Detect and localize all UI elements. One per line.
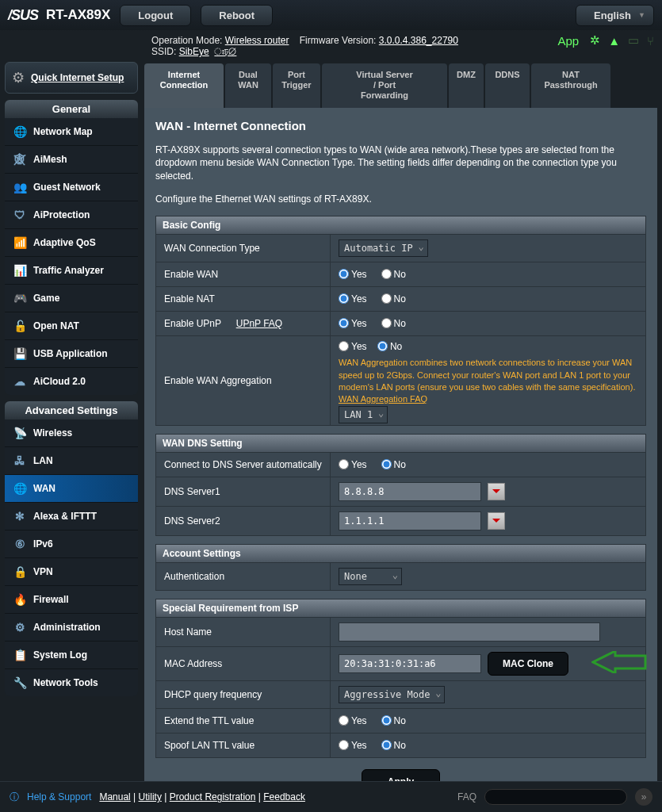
- page-title: WAN - Internet Connection: [155, 119, 646, 132]
- nav-aicloud-2-0[interactable]: ☁AiCloud 2.0: [5, 368, 138, 395]
- enable-agg-yes[interactable]: [339, 341, 349, 351]
- spoof-ttl-no[interactable]: [381, 740, 392, 750]
- nav-label: System Log: [33, 649, 87, 661]
- enable-upnp-yes[interactable]: [339, 318, 349, 328]
- manual-link[interactable]: Manual: [99, 791, 130, 802]
- tab-nat-passthrough[interactable]: NATPassthrough: [531, 63, 610, 108]
- nav-aimesh[interactable]: 🕸AiMesh: [5, 146, 138, 174]
- nav-adaptive-qos[interactable]: 📶Adaptive QoS: [5, 229, 138, 257]
- faq-search-input[interactable]: [484, 789, 627, 805]
- nav-icon: 🛡: [13, 209, 27, 221]
- nav-icon: 💾: [13, 347, 27, 360]
- tab-dual-wan[interactable]: DualWAN: [225, 63, 271, 108]
- tab-port-trigger[interactable]: PortTrigger: [273, 63, 320, 108]
- utility-link[interactable]: Utility: [139, 791, 162, 802]
- nav-guest-network[interactable]: 👥Guest Network: [5, 174, 138, 201]
- nav-label: Wireless: [33, 427, 72, 439]
- extend-ttl-yes[interactable]: [339, 715, 349, 726]
- dns-auto-no[interactable]: [381, 459, 392, 469]
- nav-label: AiMesh: [33, 154, 67, 165]
- nav-icon: 🔓: [13, 320, 27, 332]
- basic-config-header: Basic Config: [155, 216, 646, 235]
- mac-address-input[interactable]: [339, 654, 481, 673]
- mac-clone-button[interactable]: MAC Clone: [488, 652, 568, 676]
- logout-button[interactable]: Logout: [120, 5, 191, 26]
- gear-icon[interactable]: ✲: [590, 33, 600, 48]
- reboot-button[interactable]: Reboot: [201, 5, 273, 26]
- fw-link[interactable]: 3.0.0.4.386_22790: [379, 35, 458, 46]
- op-mode-link[interactable]: Wireless router: [225, 35, 289, 46]
- nav-alexa-ifttt[interactable]: ✻Alexa & IFTTT: [5, 503, 138, 530]
- feedback-link[interactable]: Feedback: [263, 791, 305, 802]
- ssid-1[interactable]: SibEye: [179, 46, 209, 57]
- usb-icon[interactable]: ⑂: [647, 34, 654, 48]
- dns2-preset-button[interactable]: [488, 512, 505, 530]
- app-link[interactable]: App: [557, 34, 579, 48]
- tab-virtual-server-port-forwarding[interactable]: Virtual Server/ PortForwarding: [322, 63, 447, 108]
- tab-ddns[interactable]: DDNS: [485, 63, 530, 108]
- enable-wan-label: Enable WAN: [156, 262, 331, 286]
- enable-nat-no[interactable]: [381, 293, 392, 304]
- nav-traffic-analyzer[interactable]: 📊Traffic Analyzer: [5, 257, 138, 285]
- wan-type-select[interactable]: Automatic IP: [339, 239, 428, 257]
- ssid-2[interactable]: ঃঢ়⌀: [214, 46, 236, 57]
- help-support-link[interactable]: Help & Support: [27, 791, 91, 802]
- dns-auto-yes[interactable]: [339, 459, 349, 469]
- dns1-preset-button[interactable]: [488, 483, 505, 500]
- dhcp-freq-select[interactable]: Aggressive Mode: [339, 686, 445, 703]
- enable-wan-yes[interactable]: [339, 269, 349, 279]
- nav-label: Firewall: [33, 594, 69, 605]
- auth-select[interactable]: None: [339, 568, 402, 585]
- nav-icon: ✻: [13, 510, 27, 523]
- nav-vpn[interactable]: 🔒VPN: [5, 558, 138, 586]
- nav-game[interactable]: 🎮Game: [5, 285, 138, 312]
- user-icon[interactable]: ▲: [608, 34, 620, 48]
- nav-label: Open NAT: [33, 320, 79, 331]
- brand-logo: /SUS: [8, 7, 38, 24]
- isp-req-header: Special Requirement from ISP: [155, 599, 646, 618]
- dns1-input[interactable]: [339, 482, 481, 501]
- search-go-button[interactable]: »: [635, 788, 652, 806]
- nav-icon: 👥: [13, 181, 27, 193]
- language-select[interactable]: English: [576, 5, 654, 26]
- fw-label: Firmware Version:: [300, 35, 377, 46]
- nav-label: Alexa & IFTTT: [33, 511, 97, 522]
- tab-dmz[interactable]: DMZ: [449, 63, 484, 108]
- agg-port-select[interactable]: LAN 1: [339, 406, 388, 423]
- gear-icon: ⚙: [12, 69, 25, 86]
- spoof-ttl-label: Spoof LAN TTL value: [156, 733, 331, 757]
- spoof-ttl-yes[interactable]: [339, 740, 349, 750]
- help-icon: ⓘ: [10, 791, 19, 804]
- nav-network-map[interactable]: 🌐Network Map: [5, 118, 138, 146]
- nav-aiprotection[interactable]: 🛡AiProtection: [5, 201, 138, 229]
- agg-faq-link[interactable]: WAN Aggregation FAQ: [339, 394, 427, 404]
- upnp-faq-link[interactable]: UPnP FAQ: [236, 318, 282, 329]
- enable-agg-no[interactable]: [377, 341, 388, 351]
- nav-label: AiCloud 2.0: [33, 376, 86, 387]
- quick-internet-setup[interactable]: ⚙ Quick Internet Setup: [5, 62, 138, 94]
- nav-network-tools[interactable]: 🔧Network Tools: [5, 669, 138, 696]
- enable-nat-yes[interactable]: [339, 293, 349, 304]
- dns2-input[interactable]: [339, 511, 481, 530]
- qis-label: Quick Internet Setup: [31, 72, 124, 83]
- host-name-input[interactable]: [339, 622, 600, 642]
- nav-usb-application[interactable]: 💾USB Application: [5, 340, 138, 368]
- nav-wan[interactable]: 🌐WAN: [5, 475, 138, 503]
- enable-upnp-no[interactable]: [381, 318, 392, 328]
- tab-internet-connection[interactable]: InternetConnection: [144, 63, 224, 108]
- screen-icon[interactable]: ▭: [628, 33, 639, 48]
- product-reg-link[interactable]: Product Registration: [170, 791, 256, 802]
- nav-open-nat[interactable]: 🔓Open NAT: [5, 312, 138, 340]
- wan-type-label: WAN Connection Type: [156, 235, 331, 262]
- nav-administration[interactable]: ⚙Administration: [5, 614, 138, 642]
- nav-label: LAN: [33, 455, 53, 466]
- enable-nat-label: Enable NAT: [156, 287, 331, 311]
- nav-wireless[interactable]: 📡Wireless: [5, 419, 138, 447]
- nav-system-log[interactable]: 📋System Log: [5, 642, 138, 669]
- dns-setting-header: WAN DNS Setting: [155, 434, 646, 453]
- enable-wan-no[interactable]: [381, 269, 392, 279]
- nav-ipv6[interactable]: ⑥IPv6: [5, 530, 138, 558]
- nav-lan[interactable]: 🖧LAN: [5, 447, 138, 475]
- extend-ttl-no[interactable]: [381, 715, 392, 726]
- nav-firewall[interactable]: 🔥Firewall: [5, 586, 138, 614]
